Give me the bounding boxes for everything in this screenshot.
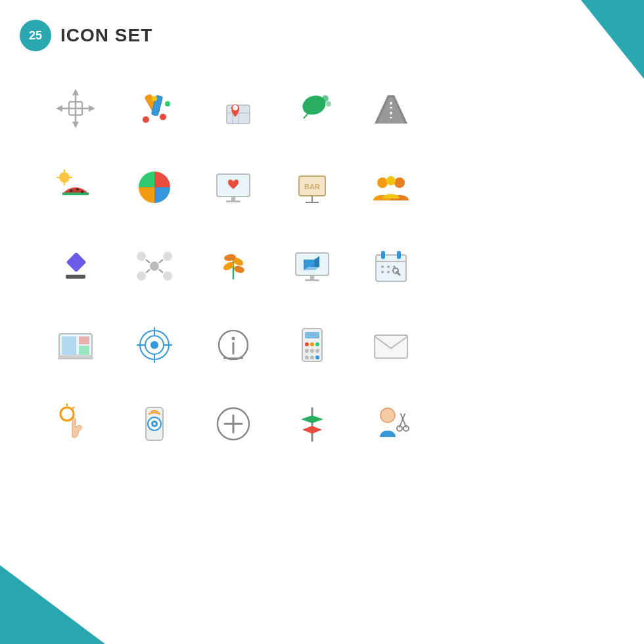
icon-edit-tools[interactable]: [118, 72, 191, 145]
icon-grid: BAR: [39, 72, 427, 460]
svg-rect-66: [381, 251, 385, 259]
svg-point-20: [322, 95, 329, 102]
svg-rect-36: [226, 200, 241, 202]
svg-line-54: [159, 269, 163, 273]
corner-decoration-bottom: [0, 565, 105, 644]
svg-point-50: [163, 271, 172, 281]
svg-point-41: [377, 177, 388, 188]
svg-rect-75: [62, 336, 76, 355]
icon-move[interactable]: [39, 72, 112, 145]
svg-line-51: [146, 260, 150, 263]
icon-calculator[interactable]: [276, 309, 348, 381]
icon-pie-chart[interactable]: [118, 151, 191, 223]
page-header: 25 ICON SET: [20, 20, 152, 51]
svg-point-59: [233, 265, 245, 274]
svg-point-96: [310, 349, 314, 353]
svg-point-12: [165, 101, 170, 106]
svg-marker-2: [72, 89, 79, 95]
svg-point-46: [150, 262, 159, 271]
svg-point-49: [137, 271, 146, 281]
svg-point-48: [163, 252, 172, 261]
svg-point-17: [233, 105, 238, 110]
svg-point-94: [315, 342, 319, 346]
icon-team[interactable]: [355, 151, 427, 223]
svg-point-42: [394, 177, 405, 188]
svg-point-26: [76, 188, 79, 191]
svg-rect-44: [66, 252, 86, 272]
svg-point-95: [305, 349, 309, 353]
svg-point-92: [305, 342, 309, 346]
icon-count-badge: 25: [20, 20, 51, 51]
icon-molecule[interactable]: [118, 230, 191, 302]
svg-rect-78: [58, 356, 93, 359]
icon-pin[interactable]: [39, 230, 112, 302]
svg-line-52: [159, 260, 163, 263]
svg-text:BAR: BAR: [304, 183, 320, 191]
svg-rect-91: [305, 332, 319, 338]
icon-signpost[interactable]: [276, 388, 348, 460]
icon-target[interactable]: [118, 309, 191, 381]
svg-point-100: [315, 356, 319, 359]
icon-display-heart[interactable]: [197, 151, 269, 223]
svg-point-102: [60, 407, 74, 421]
svg-rect-101: [375, 335, 407, 358]
icon-add-circle[interactable]: [197, 388, 269, 460]
svg-point-11: [152, 96, 157, 101]
icon-smart-eye[interactable]: [118, 388, 191, 460]
svg-point-10: [160, 114, 166, 120]
icon-leaf[interactable]: [276, 72, 348, 145]
svg-marker-3: [72, 122, 79, 128]
svg-line-53: [146, 269, 150, 273]
svg-point-99: [310, 356, 314, 359]
icon-road[interactable]: [355, 72, 427, 145]
svg-point-28: [59, 172, 70, 183]
svg-point-69: [387, 265, 390, 268]
svg-point-71: [381, 271, 384, 273]
svg-point-108: [153, 423, 156, 425]
icon-watermelon[interactable]: [39, 151, 112, 223]
svg-marker-4: [56, 105, 62, 112]
svg-rect-67: [397, 251, 401, 259]
svg-point-68: [381, 265, 384, 268]
svg-point-97: [315, 349, 319, 353]
corner-decoration-top: [539, 0, 644, 79]
icon-hairdresser[interactable]: [355, 388, 427, 460]
svg-point-9: [143, 116, 149, 123]
svg-rect-45: [66, 275, 85, 279]
svg-point-88: [232, 337, 235, 340]
svg-point-81: [150, 341, 158, 349]
svg-point-113: [380, 408, 395, 423]
icon-info[interactable]: [197, 309, 269, 381]
svg-rect-64: [376, 255, 406, 281]
icon-mail[interactable]: [355, 309, 427, 381]
svg-rect-77: [79, 346, 89, 355]
svg-point-21: [326, 101, 331, 106]
icon-location-map[interactable]: [197, 72, 269, 145]
icon-touch[interactable]: [39, 388, 112, 460]
svg-rect-76: [79, 336, 89, 344]
svg-point-27: [81, 191, 83, 193]
svg-rect-63: [305, 279, 319, 281]
svg-line-104: [72, 407, 74, 409]
svg-marker-5: [89, 105, 95, 112]
svg-point-47: [137, 252, 146, 261]
icon-laptop-ui[interactable]: [39, 309, 112, 381]
svg-point-72: [387, 271, 390, 273]
svg-point-98: [305, 356, 309, 359]
svg-point-43: [386, 176, 396, 185]
page-title: ICON SET: [60, 25, 152, 46]
icon-plant[interactable]: [197, 230, 269, 302]
icon-bar-sign[interactable]: BAR: [276, 151, 348, 223]
svg-point-25: [70, 189, 72, 192]
svg-rect-62: [310, 275, 314, 279]
icon-calendar-settings[interactable]: [355, 230, 427, 302]
svg-point-93: [310, 342, 314, 346]
icon-3d-display[interactable]: [276, 230, 348, 302]
